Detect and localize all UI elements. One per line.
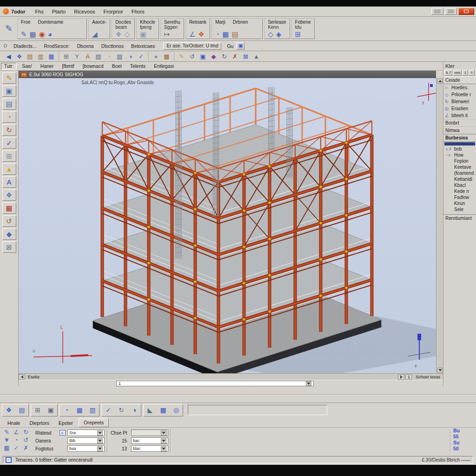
view-menu-item[interactable]: Haner <box>36 62 58 70</box>
ribbon-tool-icon[interactable]: ▦ <box>30 31 36 38</box>
ribbon-tool-icon[interactable]: ↦ <box>164 31 170 38</box>
ribbon-tool-icon[interactable]: ◔ <box>215 31 219 38</box>
group-label[interactable]: Retoank <box>189 20 206 25</box>
menu-item[interactable]: Dladects... <box>10 42 40 50</box>
tool-button[interactable]: ◑ <box>128 405 140 416</box>
tool-button[interactable]: ▤ <box>25 52 35 61</box>
form-dropdown-chse[interactable] <box>131 430 168 436</box>
ribbon-tool-icon[interactable]: ∠ <box>189 31 195 38</box>
form-scrollbar[interactable] <box>170 429 171 453</box>
menu-item[interactable]: Betoxicaes <box>127 42 159 50</box>
tool-button[interactable]: ✓ <box>136 52 146 61</box>
group-label[interactable]: Domtename <box>38 20 63 25</box>
tool-button[interactable]: Y <box>72 52 82 61</box>
form-tool-icon[interactable]: ✎ <box>2 429 12 436</box>
menu-item[interactable]: Frorprior <box>99 8 127 15</box>
tree-item[interactable]: Kirun <box>443 200 476 206</box>
panel-list-item[interactable]: ◇Prlioetle r <box>443 91 476 98</box>
tree-item[interactable]: Fadlow <box>443 194 476 200</box>
tool-button[interactable]: ❖ <box>3 405 15 416</box>
group-label[interactable]: Serethu <box>164 20 180 25</box>
menu-item[interactable]: RrodSesce: <box>40 42 73 50</box>
group-label[interactable]: Serlease <box>268 20 286 25</box>
menu-item[interactable]: Dboxna <box>73 42 97 50</box>
group-label[interactable]: Froe <box>21 20 31 25</box>
group-label[interactable]: Fobene <box>295 20 311 25</box>
ribbon-tool-icon[interactable]: ◈ <box>276 31 282 38</box>
view-menu-item[interactable]: [fbmtf <box>58 62 78 70</box>
view-tab-right-label[interactable]: Schoer texas <box>413 375 443 379</box>
panel-tool-button[interactable]: 5.7 <box>444 70 452 76</box>
tool-button[interactable]: ▣ <box>45 405 57 416</box>
viewport-vscrollbar[interactable] <box>436 78 443 373</box>
form-tool-icon[interactable]: ▼ <box>2 436 12 443</box>
panel-tool-button[interactable]: mm <box>453 70 462 76</box>
side-tool-button[interactable]: ✎ <box>2 72 16 84</box>
side-tool-button[interactable]: ◔ <box>2 111 16 123</box>
tool-button[interactable]: ✗ <box>230 52 240 61</box>
tool-button[interactable]: ⊞ <box>61 52 72 61</box>
panel-list-item[interactable]: ∠blteeh it <box>443 112 476 119</box>
drafting-tool-icon[interactable]: ✎ <box>2 18 16 39</box>
form-e-icon[interactable]: E <box>60 430 66 436</box>
command-field[interactable]: Er ase. TorOrdser: U tmd <box>163 42 221 50</box>
tree-item[interactable]: ~cHow <box>443 152 476 158</box>
side-tool-button[interactable]: ▲ <box>2 163 16 175</box>
form-dropdown-rlatead[interactable]: Sra <box>67 430 105 436</box>
ribbon-tool-icon[interactable]: ▤ <box>231 31 238 38</box>
tool-button[interactable]: ⊞ <box>32 405 44 416</box>
panel-tool-button[interactable]: 1 <box>462 70 468 76</box>
tree-item[interactable]: Kbacl <box>443 182 476 188</box>
ribbon-tool-icon[interactable]: ❖ <box>115 31 121 38</box>
view-menu-item[interactable]: Telents <box>126 62 150 70</box>
view-menu-item[interactable]: Entlegasi <box>150 62 178 70</box>
ribbon-tool-icon[interactable]: ⊞ <box>295 31 301 38</box>
tool-button[interactable]: ▩ <box>161 52 172 61</box>
group-label[interactable]: Aavce- <box>92 20 106 25</box>
tool-button[interactable]: ▥ <box>86 405 99 416</box>
side-tool-button[interactable]: ▤ <box>2 98 16 110</box>
menu-item[interactable]: Dlsctlonos <box>98 42 127 50</box>
dropdown-arrow-button[interactable] <box>161 446 166 451</box>
tool-button[interactable]: ▥ <box>35 52 46 61</box>
tree-item[interactable]: Sele <box>443 206 476 212</box>
toolbar-toggle-button[interactable] <box>431 8 443 15</box>
dropdown-arrow-button[interactable] <box>97 430 103 436</box>
tool-button[interactable]: ▩ <box>157 405 169 416</box>
tree-expander-icon[interactable]: L ∂ <box>446 147 453 151</box>
ribbon-tool-icon[interactable]: ✎ <box>21 31 27 38</box>
tool-button[interactable]: ◔ <box>104 52 114 61</box>
tool-button[interactable]: ▦ <box>73 405 86 416</box>
hscroll-track[interactable] <box>42 374 398 380</box>
view-tab-left-label[interactable]: Eseke <box>25 375 42 379</box>
viewport-title-bar[interactable]: F9 E.0ui 3060 ROG SIGHOG <box>19 71 436 78</box>
side-tool-button[interactable]: ❖ <box>2 189 16 201</box>
toolbar-toggle-button-2[interactable] <box>445 8 457 15</box>
tool-button[interactable]: A <box>82 52 93 61</box>
panel-list-item[interactable]: ○Hoetles. <box>443 84 476 91</box>
tool-button[interactable]: ▦ <box>46 52 57 61</box>
tool-button[interactable]: ▣ <box>198 52 208 61</box>
form-dropdown-oanera[interactable]: Bib <box>67 437 105 444</box>
panel-list-item[interactable]: ◎Eraslien <box>443 105 476 112</box>
side-tool-button[interactable]: ↻ <box>2 124 16 136</box>
tool-button[interactable]: ✎ <box>176 52 187 61</box>
ribbon-tool-icon[interactable]: ◢ <box>92 31 98 38</box>
form-tool-icon[interactable]: ↻ <box>21 429 31 436</box>
side-tool-button[interactable]: ↺ <box>2 215 16 227</box>
group-label[interactable]: Marji <box>215 20 225 25</box>
combobox-dropdown-button[interactable] <box>306 381 311 386</box>
group-label[interactable]: Docdes <box>115 20 131 25</box>
tool-button[interactable]: ● <box>151 52 161 61</box>
gu-tool-icon[interactable]: ▣ <box>236 42 245 50</box>
ribbon-tool-icon[interactable]: ◇ <box>125 31 130 38</box>
dropdown-arrow-button[interactable] <box>97 446 103 451</box>
ribbon-tool-icon[interactable]: ▣ <box>140 31 146 38</box>
tree-item[interactable]: L ∂bob <box>443 146 476 152</box>
tool-button[interactable]: ◑ <box>125 52 136 61</box>
scroll-right-button[interactable] <box>398 374 404 380</box>
panel-tool-button[interactable]: ≡ <box>469 70 475 76</box>
form-dropdown-fogtotus[interactable]: bsa <box>67 445 105 452</box>
form-tool-icon[interactable]: ◔ <box>12 436 21 443</box>
menu-item[interactable]: Fhs <box>31 8 48 15</box>
